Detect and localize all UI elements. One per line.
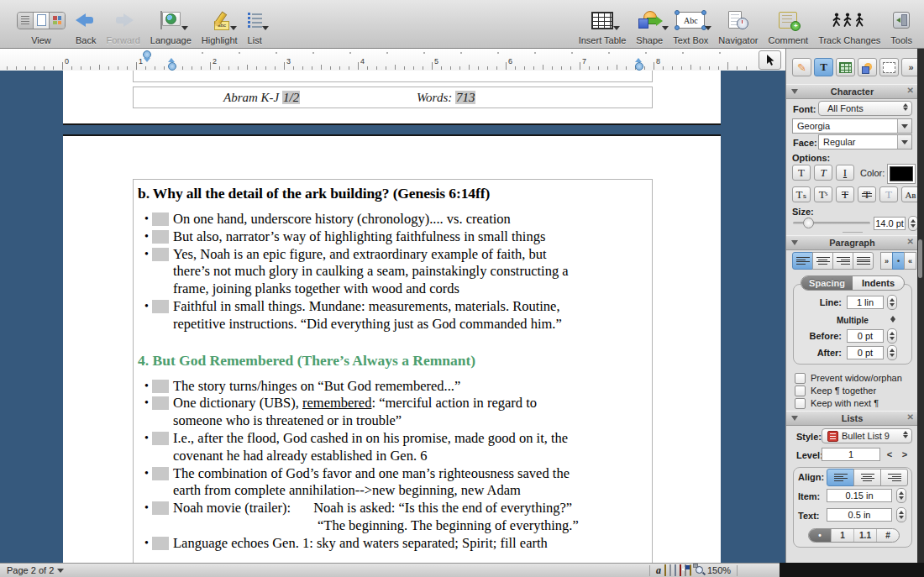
- clipboard-icon[interactable]: [690, 565, 691, 575]
- right-indent-marker[interactable]: [635, 62, 643, 71]
- checkbox-unchecked[interactable]: [795, 386, 806, 396]
- document-canvas[interactable]: Abram K-J 1/2 Words: 713 b. Why all the …: [0, 71, 785, 563]
- paragraph-section-header[interactable]: Paragraph ✕: [786, 235, 918, 250]
- size-slider-thumb[interactable]: [803, 218, 814, 228]
- double-strikethrough-button[interactable]: T: [858, 186, 876, 202]
- toolbar-language-button[interactable]: Language: [150, 3, 192, 45]
- ruler-cursor-tool[interactable]: [759, 50, 781, 70]
- multiple-popup-arrows-icon[interactable]: [890, 316, 895, 323]
- palette-scrollbar[interactable]: [917, 49, 924, 563]
- page-indicator[interactable]: Page 2 of 2: [7, 565, 64, 575]
- font-collection-popup[interactable]: All Fonts: [818, 101, 912, 116]
- page-1[interactable]: Abram K-J 1/2 Words: 713: [63, 71, 721, 125]
- section-style-icon[interactable]: [675, 565, 676, 575]
- italic-button[interactable]: T: [814, 165, 832, 181]
- align-right-button[interactable]: [832, 252, 853, 270]
- page1-footer[interactable]: Abram K-J 1/2 Words: 713: [133, 87, 653, 108]
- after-stepper[interactable]: [887, 345, 897, 360]
- space-before-field[interactable]: 0 pt: [847, 329, 884, 343]
- list-align-left-button[interactable]: [827, 469, 854, 486]
- text-stepper[interactable]: [896, 507, 906, 522]
- bold-button[interactable]: T: [792, 165, 811, 181]
- checkbox-unchecked[interactable]: [795, 373, 806, 384]
- outline-type-button[interactable]: 1.1: [853, 529, 876, 542]
- line-stepper[interactable]: [887, 295, 897, 310]
- toolbar-insert-table-button[interactable]: Insert Table: [579, 3, 627, 45]
- tab-draw[interactable]: ✎: [792, 58, 811, 76]
- space-after-field[interactable]: 0 pt: [847, 346, 884, 359]
- align-justify-button[interactable]: [853, 252, 874, 270]
- level-increase-button[interactable]: >: [899, 448, 911, 461]
- toolbar-highlight-button[interactable]: abcHighlight: [202, 3, 238, 45]
- toolbar-text-box-button[interactable]: AbcText Box: [673, 3, 708, 45]
- character-section-header[interactable]: Character ✕: [786, 84, 918, 99]
- special-characters-icon[interactable]: [680, 565, 681, 575]
- palette-scrollbar-thumb[interactable]: [918, 239, 922, 278]
- checkbox-row[interactable]: Keep with next ¶: [795, 397, 902, 409]
- tab-text-box[interactable]: [879, 58, 899, 76]
- ruler-tick: [561, 66, 562, 70]
- font-family-combo[interactable]: Georgia: [792, 118, 912, 134]
- align-center-button[interactable]: [812, 252, 833, 270]
- highlight-button[interactable]: T: [879, 186, 898, 202]
- list-style-popup[interactable]: Bullet List 9: [822, 428, 912, 443]
- tab-spacing[interactable]: Spacing: [801, 276, 853, 290]
- close-icon[interactable]: ✕: [907, 86, 914, 95]
- horizontal-ruler[interactable]: 012345678: [0, 49, 785, 71]
- disclosure-triangle-icon[interactable]: [791, 89, 798, 94]
- page-2[interactable]: b. Why all the detail of the ark buildin…: [63, 134, 721, 563]
- list-align-center-button[interactable]: [853, 469, 881, 486]
- list-level-field[interactable]: 1: [822, 448, 880, 461]
- combo-arrow-icon[interactable]: [897, 119, 911, 133]
- underline-button[interactable]: I: [836, 165, 854, 181]
- checkbox-unchecked[interactable]: [795, 398, 806, 409]
- list-text-indent-field[interactable]: 0.5 in: [827, 508, 892, 522]
- disclosure-triangle-icon[interactable]: [791, 240, 798, 245]
- subscript-button[interactable]: Tₛ: [792, 186, 811, 202]
- size-field[interactable]: 14.0 pt: [874, 217, 906, 230]
- left-indent-marker[interactable]: [168, 62, 176, 71]
- zoom-control[interactable]: 150%: [695, 565, 731, 576]
- toolbar-track-changes-button[interactable]: Track Changes: [818, 3, 880, 45]
- character-style-icon[interactable]: [664, 565, 666, 575]
- letter-a-icon[interactable]: a: [656, 564, 661, 577]
- strikethrough-button[interactable]: T: [836, 186, 854, 202]
- tab-indents[interactable]: Indents: [853, 276, 904, 290]
- tab-table[interactable]: [836, 58, 855, 76]
- superscript-button[interactable]: Tˢ: [814, 186, 832, 202]
- checkbox-row[interactable]: Keep ¶ together: [795, 385, 902, 396]
- align-left-button[interactable]: [792, 252, 813, 270]
- toolbar-shape-button[interactable]: Shape: [636, 3, 663, 45]
- font-face-combo[interactable]: Regular: [818, 134, 912, 149]
- custom-type-button[interactable]: #: [876, 529, 899, 542]
- level-decrease-button[interactable]: <: [884, 448, 895, 461]
- list-item-indent-field[interactable]: 0.15 in: [827, 489, 892, 502]
- paragraph-style-icon[interactable]: [669, 565, 671, 575]
- direction-rtl-button[interactable]: «: [904, 252, 916, 270]
- lists-section-header[interactable]: Lists ✕: [786, 411, 918, 426]
- checkbox-row[interactable]: Prevent widow/orphan: [795, 372, 902, 384]
- close-icon[interactable]: ✕: [907, 237, 914, 246]
- disclosure-triangle-icon[interactable]: [791, 416, 798, 421]
- text-color-swatch[interactable]: [888, 165, 915, 183]
- toolbar-comment-button[interactable]: +Comment: [768, 3, 808, 45]
- item-stepper[interactable]: [896, 488, 906, 503]
- list-align-right-button[interactable]: [880, 469, 908, 486]
- tab-text[interactable]: T: [814, 58, 833, 76]
- page2-text-frame[interactable]: b. Why all the detail of the ark buildin…: [133, 179, 653, 563]
- direction-auto-button[interactable]: •: [892, 252, 905, 270]
- before-stepper[interactable]: [887, 328, 897, 344]
- toolbar-tools-button[interactable]: Tools: [890, 3, 912, 45]
- direction-ltr-button[interactable]: »: [880, 252, 893, 270]
- line-spacing-field[interactable]: 1 lin: [847, 296, 884, 309]
- toolbar-navigator-button[interactable]: Navigator: [718, 3, 758, 45]
- close-icon[interactable]: ✕: [907, 412, 914, 422]
- toolbar-view-button[interactable]: View: [17, 3, 66, 45]
- bullet-type-button[interactable]: •: [809, 529, 831, 542]
- toolbar-back-button[interactable]: Back: [76, 3, 96, 45]
- combo-arrow-icon[interactable]: [897, 135, 911, 149]
- toolbar-list-button[interactable]: List: [248, 3, 262, 45]
- tab-shapes[interactable]: [858, 58, 877, 76]
- numbered-type-button[interactable]: 1: [831, 529, 853, 542]
- keyboard-flag-icon[interactable]: [685, 565, 686, 575]
